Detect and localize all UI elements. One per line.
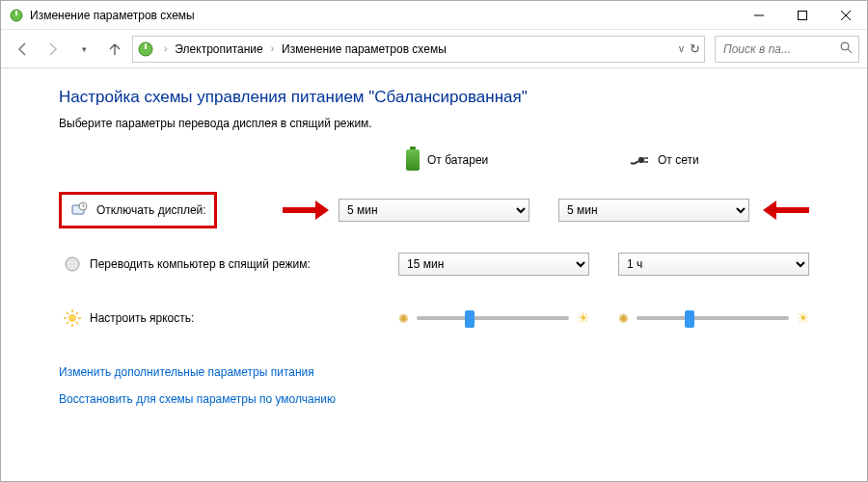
column-plugged-label: От сети [658,153,699,167]
svg-line-23 [67,312,68,314]
row-sleep-label: Переводить компьютер в спящий режим: [90,257,311,271]
forward-button[interactable] [40,36,67,63]
sun-bright-icon: ☀ [577,309,589,327]
navigation-bar: ▾ › Электропитание › Изменение параметро… [1,30,867,68]
chevron-right-icon[interactable]: › [160,43,171,54]
svg-point-17 [66,257,79,271]
svg-point-18 [68,314,76,322]
battery-icon [406,149,420,171]
brightness-plugged-slider[interactable]: ✺ ☀ [618,309,809,327]
title-bar: Изменение параметров схемы [1,1,867,30]
svg-rect-10 [638,157,644,163]
columns-header: От батареи От сети [348,149,809,171]
plug-icon [629,153,650,167]
annotation-arrow-right [283,203,317,217]
sun-dim-icon: ✺ [398,311,409,326]
display-timer-icon [69,201,89,220]
svg-rect-1 [15,11,17,15]
link-advanced-settings[interactable]: Изменить дополнительные параметры питани… [59,365,809,379]
row-brightness: Настроить яркость: ✺ ☀ ✺ ☀ [59,296,809,340]
svg-line-26 [76,312,78,314]
sleep-battery-select[interactable]: 15 мин [398,253,589,276]
refresh-icon[interactable]: ↻ [690,41,700,56]
minimize-button[interactable] [737,1,780,30]
svg-line-25 [67,322,68,324]
svg-rect-7 [145,43,147,49]
column-plugged: От сети [629,149,809,171]
back-button[interactable] [9,36,36,63]
breadcrumb[interactable]: › Электропитание › Изменение параметров … [132,36,705,63]
power-options-icon [137,40,154,58]
up-button[interactable] [101,36,128,63]
content-area: Настройка схемы управления питанием "Сба… [1,68,867,415]
display-plugged-select[interactable]: 5 мин [558,199,749,222]
row-brightness-label: Настроить яркость: [90,311,194,325]
sleep-icon [63,254,82,274]
power-options-icon [9,8,24,23]
maximize-button[interactable] [780,1,824,30]
sun-dim-icon: ✺ [618,311,629,326]
row-turn-off-display: Отключать дисплей: 5 мин 5 мин [59,188,809,232]
link-restore-defaults[interactable]: Восстановить для схемы параметры по умол… [59,392,809,406]
column-battery: От батареи [406,149,586,171]
recent-locations-button[interactable]: ▾ [70,36,97,63]
brightness-icon [63,308,82,328]
breadcrumb-item-power[interactable]: Электропитание [173,42,264,56]
page-subheading: Выберите параметры перевода дисплея в сп… [59,117,809,130]
display-battery-select[interactable]: 5 мин [339,199,529,222]
sun-bright-icon: ☀ [797,309,809,327]
svg-point-8 [841,42,849,50]
annotation-arrow-left [774,203,809,217]
svg-rect-3 [798,11,806,19]
search-icon[interactable] [840,41,853,57]
chevron-right-icon[interactable]: › [267,43,278,54]
brightness-battery-slider[interactable]: ✺ ☀ [398,309,589,327]
search-input[interactable] [721,41,840,57]
row-display-label: Отключать дисплей: [96,203,206,217]
page-heading: Настройка схемы управления питанием "Сба… [59,88,809,107]
svg-line-9 [848,49,852,53]
svg-line-24 [76,322,78,324]
search-box[interactable] [715,36,859,63]
sleep-plugged-select[interactable]: 1 ч [618,253,809,276]
close-button[interactable] [824,1,867,30]
row-sleep: Переводить компьютер в спящий режим: 15 … [59,242,809,286]
breadcrumb-dropdown-icon[interactable]: v [679,43,684,54]
window-title: Изменение параметров схемы [30,9,195,22]
breadcrumb-item-edit-plan[interactable]: Изменение параметров схемы [280,42,448,56]
highlight-box: Отключать дисплей: [59,192,217,228]
column-battery-label: От батареи [427,153,488,167]
